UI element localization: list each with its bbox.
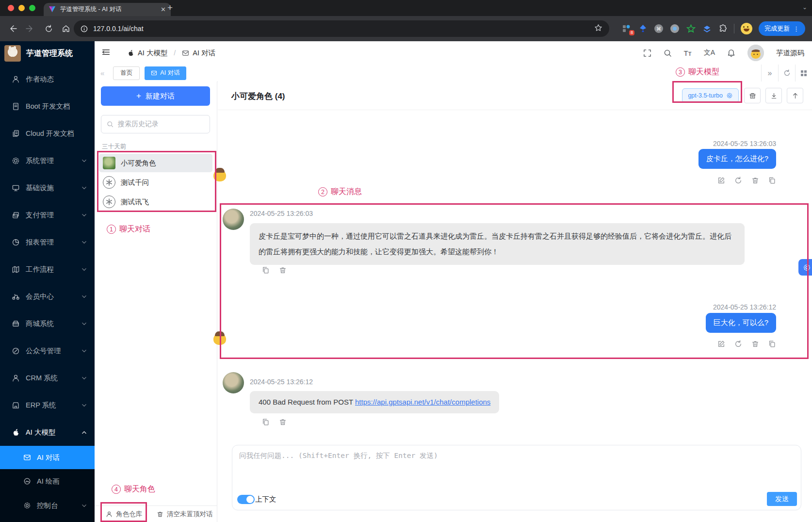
sidebar-item-workflow[interactable]: 工作流程 [0, 256, 95, 283]
chat-title: 小可爱角色 (4) [231, 91, 285, 102]
window-zoom-button[interactable] [29, 5, 35, 11]
context-toggle[interactable] [237, 495, 255, 504]
sidebar-item-ai-draw[interactable]: AI 绘画 [0, 469, 95, 493]
sidebar-item-author-news[interactable]: 作者动态 [0, 65, 95, 93]
prompt-input[interactable] [238, 450, 757, 486]
sidebar-item-boot-docs[interactable]: Boot 开发文档 [0, 93, 95, 120]
browser-tab[interactable]: 芋道管理系统 - AI 对话 ✕ [44, 3, 171, 16]
sidebar-item-system[interactable]: 系统管理 [0, 147, 95, 174]
search-history-input[interactable]: 搜索历史记录 [101, 115, 210, 133]
tab-search-icon[interactable]: ⌄ [802, 4, 807, 11]
send-button[interactable]: 发送 [767, 492, 797, 506]
collapse-menu-icon[interactable] [101, 48, 111, 59]
extension-green-star-icon[interactable] [686, 24, 696, 33]
conversation-item-qianwen[interactable]: 测试千问 [99, 173, 212, 192]
clear-messages-button[interactable] [744, 88, 761, 103]
copy-icon[interactable] [768, 340, 776, 348]
extension-tampermonkey-icon[interactable]: 8 [622, 24, 632, 33]
role-store-button[interactable]: 角色仓库 [106, 510, 142, 519]
back-icon[interactable] [7, 23, 18, 34]
sidebar-item-console[interactable]: 控制台 [0, 493, 95, 518]
bell-icon[interactable] [727, 49, 735, 57]
app-logo[interactable]: 芋道管理系统 [0, 41, 95, 65]
trash-icon[interactable] [751, 177, 759, 184]
error-link[interactable]: https://api.gptsapi.net/v1/chat/completi… [355, 398, 490, 406]
forward-icon[interactable] [24, 23, 36, 34]
bicycle-icon [12, 293, 20, 301]
sidebar-item-crm[interactable]: CRM 系统 [0, 364, 95, 392]
chevron-down-icon [81, 212, 87, 218]
sidebar-item-ai-model[interactable]: AI 大模型 [0, 419, 95, 446]
extensions-puzzle-icon[interactable] [718, 24, 728, 33]
site-info-icon[interactable] [81, 25, 88, 33]
copy-icon[interactable] [262, 266, 270, 274]
copy-icon[interactable] [768, 177, 776, 184]
breadcrumb-parent[interactable]: AI 大模型 [138, 49, 167, 58]
plus-icon: + [136, 91, 141, 101]
sidebar-item-reports[interactable]: 报表管理 [0, 228, 95, 256]
window-close-button[interactable] [8, 5, 14, 11]
extension-command-icon[interactable]: ⌘ [654, 24, 664, 33]
model-select-button[interactable]: gpt-3.5-turbo [682, 88, 739, 103]
sidebar-item-payment[interactable]: 支付管理 [0, 201, 95, 228]
message-time: 2024-05-25 13:26:12 [250, 378, 313, 386]
search-placeholder: 搜索历史记录 [118, 120, 159, 129]
sidebar-item-label: 系统管理 [26, 156, 54, 165]
annotation-text: 聊天消息 [331, 187, 362, 197]
clear-unpinned-button[interactable]: 清空未置顶对话 [157, 510, 213, 519]
search-icon[interactable] [664, 49, 672, 57]
sidebar-item-infra[interactable]: 基础设施 [0, 174, 95, 201]
copy-icon[interactable] [262, 418, 270, 426]
edit-icon[interactable] [717, 340, 725, 348]
chrome-update-button[interactable]: 完成更新 ⋮ [759, 21, 805, 36]
tab-ai-chat[interactable]: AI 对话 [145, 66, 186, 80]
username-label[interactable]: 芋道源码 [776, 49, 804, 58]
extension-dot-icon[interactable] [670, 24, 680, 33]
sidebar-item-ai-chat[interactable]: AI 对话 [0, 446, 95, 469]
role-settings-drawer-button[interactable] [798, 259, 812, 276]
annotation-text: 聊天模型 [688, 67, 719, 77]
chrome-menu-icon[interactable]: ⋮ [793, 25, 799, 33]
conversation-item-xunfei[interactable]: 测试讯飞 [99, 193, 212, 211]
sidebar-item-erp[interactable]: ERP 系统 [0, 392, 95, 419]
layout-grid-icon[interactable] [795, 65, 812, 82]
refresh-icon[interactable] [734, 177, 742, 184]
compass-icon [12, 347, 20, 355]
trash-icon[interactable] [279, 266, 287, 274]
refresh-page-icon[interactable] [778, 65, 795, 82]
translate-icon[interactable]: 文A [704, 49, 715, 57]
sidebar-item-mall[interactable]: 商城系统 [0, 310, 95, 337]
home-icon[interactable] [60, 23, 72, 34]
new-chat-button[interactable]: + 新建对话 [101, 86, 210, 106]
tags-scroll-left-icon[interactable]: « [95, 69, 110, 77]
edit-icon[interactable] [717, 177, 725, 184]
scroll-top-button[interactable] [787, 88, 803, 103]
font-size-icon[interactable]: Tт [684, 49, 692, 57]
user-message-bubble: 皮卡丘，怎么进化? [698, 149, 776, 169]
assistant-message-bubble: 皮卡丘是宝可梦中的一种，通过使用它可以雷之石道具来进化成为雷丘。当皮卡丘持有雷之… [250, 223, 745, 265]
profile-avatar[interactable] [741, 23, 752, 34]
sidebar-item-official-account[interactable]: 公众号管理 [0, 337, 95, 364]
conversation-name: 小可爱角色 [121, 159, 156, 168]
trash-icon[interactable] [279, 418, 287, 426]
extension-balloon-icon[interactable] [638, 24, 648, 33]
refresh-icon[interactable] [734, 340, 742, 348]
user-avatar[interactable] [747, 45, 764, 61]
bookmark-star-icon[interactable] [594, 24, 602, 33]
tab-close-icon[interactable]: ✕ [161, 6, 166, 13]
window-minimize-button[interactable] [18, 5, 25, 11]
address-bar[interactable]: 127.0.0.1/ai/chat [74, 20, 609, 37]
tab-home[interactable]: 首页 [113, 66, 140, 80]
sidebar-item-label: ERP 系统 [26, 401, 56, 410]
conversation-item-cute-role[interactable]: 小可爱角色 [99, 154, 212, 172]
reload-icon[interactable] [43, 23, 54, 34]
sidebar-item-member[interactable]: 会员中心 [0, 283, 95, 310]
download-button[interactable] [765, 88, 782, 103]
tags-scroll-right-icon[interactable]: » [761, 65, 778, 82]
payment-icon [12, 211, 20, 219]
sidebar-item-cloud-docs[interactable]: Cloud 开发文档 [0, 120, 95, 147]
new-tab-button[interactable]: + [167, 2, 173, 13]
trash-icon[interactable] [751, 340, 759, 348]
fullscreen-icon[interactable] [643, 49, 651, 57]
extension-layers-icon[interactable] [702, 24, 712, 33]
